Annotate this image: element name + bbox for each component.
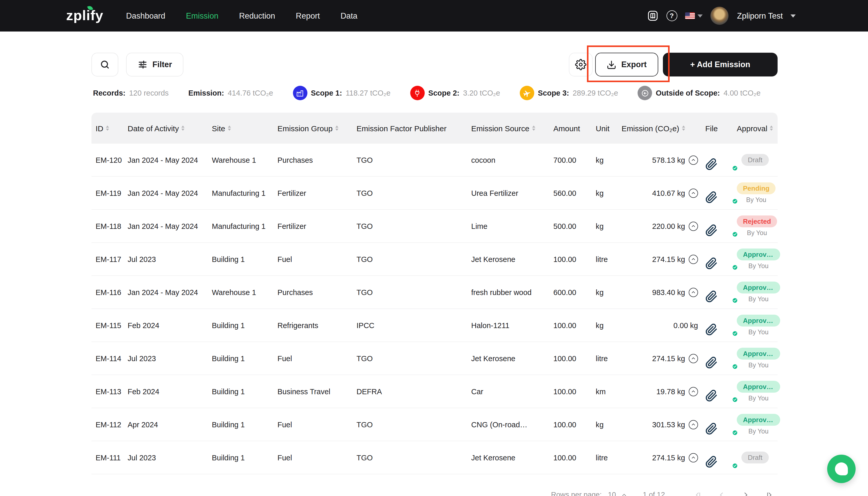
column-header[interactable]: Emission Group (277, 124, 356, 133)
column-header[interactable]: Site (212, 124, 277, 133)
table-row[interactable]: EM-115 Feb 2024 Building 1 Refrigerants … (91, 309, 778, 342)
attachment-paperclip-icon[interactable] (705, 257, 737, 269)
attachment-paperclip-icon[interactable] (705, 389, 737, 402)
file-check-icon (732, 363, 738, 370)
scope2-summary: Scope 2: 3.20 tCO₂e (410, 86, 500, 100)
table-row[interactable]: EM-117 Jul 2023 Building 1 Fuel TGO Jet … (91, 243, 778, 276)
logo-text: zplify (66, 8, 103, 23)
attachment-paperclip-icon[interactable] (705, 290, 737, 303)
emission-page: zplify Dashboard Emission Reduction Repo… (0, 0, 868, 496)
column-header[interactable]: Emission Factor Publisher (356, 124, 471, 133)
cell-site: Building 1 (212, 255, 277, 263)
expand-chevron-icon[interactable] (689, 387, 698, 396)
column-header[interactable]: Emission (CO₂e) (622, 124, 705, 133)
attachment-paperclip-icon[interactable] (705, 158, 737, 170)
cell-approval: Approved By You (737, 315, 780, 336)
cell-approval: Approved By You (737, 381, 780, 402)
table-row[interactable]: EM-119 Jan 2024 - May 2024 Manufacturing… (91, 177, 778, 210)
column-header[interactable]: Unit (596, 124, 622, 133)
user-menu-chevron-icon[interactable] (790, 14, 796, 17)
file-check-icon (732, 231, 738, 237)
approval-by-label: By You (747, 229, 767, 237)
approval-by-label: By You (748, 262, 769, 270)
table-row[interactable]: EM-112 Apr 2024 Building 1 Fuel TGO CNG … (91, 408, 778, 441)
attachment-paperclip-icon[interactable] (705, 224, 737, 236)
cell-unit: kg (596, 420, 622, 429)
cell-approval: Approved By You (737, 414, 780, 435)
table-row[interactable]: EM-114 Jul 2023 Building 1 Fuel TGO Jet … (91, 342, 778, 375)
prev-page-icon[interactable] (718, 491, 726, 496)
search-button[interactable] (91, 53, 118, 76)
approval-status-badge: Draft (742, 154, 769, 166)
export-button[interactable]: Export (595, 53, 658, 76)
column-header[interactable]: Emission Source (471, 124, 553, 133)
nav-item-report[interactable]: Report (296, 11, 320, 20)
cell-unit: kg (596, 189, 622, 197)
column-header[interactable]: Date of Activity (128, 124, 212, 133)
file-check-icon (732, 264, 738, 270)
cell-publisher: TGO (356, 453, 471, 462)
column-header[interactable]: File (705, 124, 737, 133)
scope3-label: Scope 3: (538, 89, 569, 97)
chat-bubble-icon (835, 462, 848, 475)
add-emission-button[interactable]: + Add Emission (663, 53, 778, 76)
table-row[interactable]: EM-118 Jan 2024 - May 2024 Manufacturing… (91, 210, 778, 243)
outside-scope-summary: Outside of Scope: 4.00 tCO₂e (638, 86, 761, 100)
column-header-label: File (705, 124, 718, 133)
attachment-paperclip-icon[interactable] (705, 323, 737, 336)
expand-chevron-icon[interactable] (689, 221, 698, 231)
table-row[interactable]: EM-120 Jan 2024 - May 2024 Warehouse 1 P… (91, 144, 778, 177)
nav-item-dashboard[interactable]: Dashboard (126, 11, 165, 20)
table-settings-button[interactable] (569, 53, 593, 76)
cell-publisher: TGO (356, 420, 471, 429)
expand-chevron-icon[interactable] (689, 420, 698, 429)
filter-button[interactable]: Filter (126, 53, 183, 76)
table-row[interactable]: EM-116 Jan 2024 - May 2024 Warehouse 1 P… (91, 276, 778, 309)
cell-id: EM-116 (96, 288, 128, 296)
cell-id: EM-118 (96, 222, 128, 230)
cell-date: Jan 2024 - May 2024 (128, 189, 212, 197)
column-header[interactable]: Approval (737, 124, 773, 133)
cell-file (705, 249, 737, 269)
expand-chevron-icon[interactable] (689, 188, 698, 198)
cell-file (705, 315, 737, 336)
scope1-summary: Scope 1: 118.27 tCO₂e (293, 86, 390, 100)
last-page-icon[interactable] (765, 491, 773, 496)
attachment-paperclip-icon[interactable] (705, 455, 737, 468)
attachment-paperclip-icon[interactable] (705, 422, 737, 435)
table-row[interactable]: EM-113 Feb 2024 Building 1 Business Trav… (91, 375, 778, 408)
cell-date: Jul 2023 (128, 453, 212, 462)
table-row[interactable]: EM-111 Jul 2023 Building 1 Fuel TGO Jet … (91, 441, 778, 474)
attachment-paperclip-icon[interactable] (705, 191, 737, 203)
expand-chevron-icon[interactable] (689, 254, 698, 264)
expand-chevron-icon[interactable] (689, 453, 698, 462)
docs-book-icon[interactable] (647, 10, 658, 22)
help-icon[interactable]: ? (666, 10, 677, 21)
expand-chevron-icon[interactable] (689, 288, 698, 297)
us-flag-icon (685, 12, 695, 19)
logo[interactable]: zplify (66, 8, 103, 24)
cell-id: EM-114 (96, 354, 128, 362)
expand-chevron-icon[interactable] (689, 155, 698, 165)
nav-item-data[interactable]: Data (340, 11, 358, 20)
cell-id: EM-119 (96, 189, 128, 197)
expand-chevron-icon[interactable] (689, 354, 698, 363)
cell-approval: Approved By You (737, 348, 780, 369)
attachment-paperclip-icon[interactable] (705, 356, 737, 369)
avatar[interactable] (710, 7, 728, 25)
cell-emission: 220.00 kg (622, 221, 705, 231)
cell-file (705, 447, 737, 468)
rows-per-page-value[interactable]: 10 (608, 490, 616, 496)
column-header[interactable]: ID (96, 124, 128, 133)
language-selector[interactable] (685, 12, 702, 19)
nav-item-reduction[interactable]: Reduction (239, 11, 275, 20)
cell-emission: 0.00 kg (622, 321, 705, 329)
file-check-icon (732, 297, 738, 304)
rows-per-page-caret-icon[interactable] (621, 492, 627, 496)
first-page-icon[interactable] (694, 491, 702, 496)
column-header-label: Emission Source (471, 124, 529, 133)
next-page-icon[interactable] (741, 491, 750, 496)
column-header[interactable]: Amount (553, 124, 596, 133)
nav-item-emission[interactable]: Emission (186, 11, 219, 20)
chat-widget-button[interactable] (827, 455, 856, 483)
